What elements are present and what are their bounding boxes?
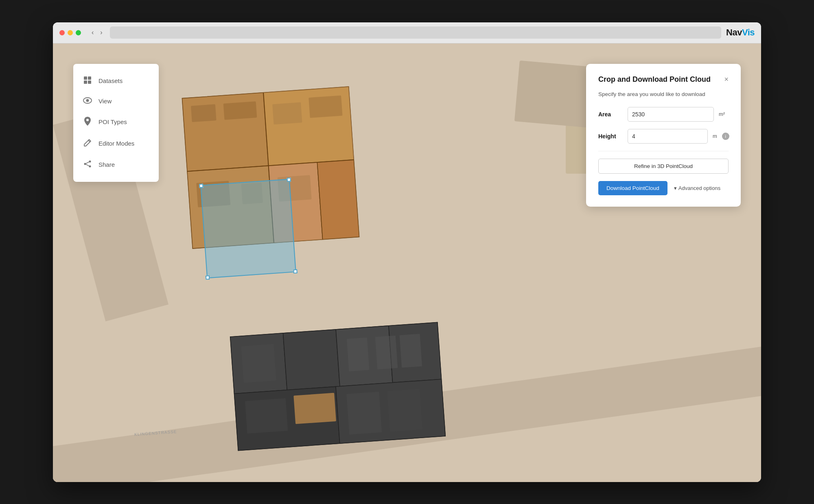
height-field: Height m i [598,129,729,144]
svg-rect-30 [387,389,422,432]
info-icon[interactable]: i [722,133,729,140]
share-icon [83,160,92,170]
svg-rect-25 [375,335,398,369]
navvis-logo: NavVis [726,27,755,38]
svg-rect-28 [245,398,288,434]
sidebar-label-datasets: Datasets [98,77,123,84]
svg-rect-22 [293,393,336,424]
selection-handle-tr[interactable] [287,177,291,182]
traffic-light-red[interactable] [59,30,65,35]
height-label: Height [598,133,623,140]
logo-nav-part: Nav [726,27,742,37]
view-icon [83,97,92,105]
svg-rect-27 [241,344,276,382]
svg-point-37 [86,119,89,121]
crop-panel-subtitle: Specify the area you would like to downl… [598,91,729,97]
traffic-light-yellow[interactable] [68,30,73,35]
svg-line-43 [86,162,89,164]
crop-panel-header: Crop and Download Point Cloud × [598,75,729,84]
svg-rect-8 [272,102,302,124]
svg-rect-24 [347,337,369,371]
selection-handle-bl[interactable] [206,275,210,279]
divider [598,151,729,151]
sidebar-item-datasets[interactable]: Datasets [73,70,159,92]
datasets-icon [83,76,92,86]
svg-point-36 [86,99,89,102]
sidebar-item-editor-modes[interactable]: Editor Modes [73,133,159,154]
sidebar-label-poi-types: POI Types [98,118,127,125]
nav-forward-button[interactable]: › [98,28,105,37]
download-button[interactable]: Download PointCloud [598,181,667,195]
svg-rect-29 [346,391,382,434]
svg-rect-5 [317,159,359,239]
refine-button[interactable]: Refine in 3D PointCloud [598,159,729,174]
logo-vis-part: Vis [742,27,755,37]
selection-box[interactable] [200,179,296,278]
svg-point-40 [84,163,86,165]
area-unit: m² [719,111,729,117]
advanced-options-chevron: ▾ [674,185,677,191]
svg-rect-32 [88,76,91,80]
building-lower-svg [228,320,448,453]
svg-point-41 [89,165,91,167]
crop-actions: Download PointCloud ▾ Advanced options [598,181,729,195]
selection-handle-br[interactable] [293,269,298,273]
svg-rect-18 [283,329,340,390]
height-input[interactable] [628,129,708,144]
sidebar-label-view: View [98,98,112,105]
sidebar-item-view[interactable]: View [73,92,159,111]
map-area[interactable]: KLINGENSTRASSE Datasets [53,44,761,482]
browser-chrome: ‹ › NavVis [53,22,761,44]
svg-rect-34 [88,81,91,84]
sidebar-item-poi-types[interactable]: POI Types [73,111,159,133]
close-button[interactable]: × [724,76,729,83]
svg-rect-26 [400,334,422,367]
traffic-light-green[interactable] [76,30,81,35]
height-unit: m [713,133,717,139]
sidebar-item-share[interactable]: Share [73,154,159,175]
svg-rect-33 [84,81,87,84]
area-input[interactable] [628,107,714,122]
svg-rect-9 [309,95,342,118]
selection-handle-tl[interactable] [199,183,204,188]
svg-rect-6 [191,104,217,122]
sidebar-label-share: Share [98,161,115,168]
crop-download-panel: Crop and Download Point Cloud × Specify … [586,64,741,207]
sidebar-label-editor-modes: Editor Modes [98,140,134,147]
browser-window: ‹ › NavVis [53,22,761,482]
svg-rect-7 [223,101,257,120]
svg-rect-31 [84,76,87,80]
advanced-options-button[interactable]: ▾ Advanced options [674,185,720,191]
svg-line-42 [86,164,89,166]
traffic-lights [59,30,81,35]
area-field: Area m² [598,107,729,122]
poi-icon [83,117,92,127]
nav-back-button[interactable]: ‹ [89,28,96,37]
nav-buttons: ‹ › [89,28,105,37]
address-bar[interactable] [110,26,721,39]
svg-point-39 [89,160,91,162]
sidebar-panel: Datasets View [73,64,159,182]
area-label: Area [598,111,623,118]
crop-panel-title: Crop and Download Point Cloud [598,75,711,84]
editor-icon [83,139,92,148]
advanced-options-label: Advanced options [678,185,720,191]
